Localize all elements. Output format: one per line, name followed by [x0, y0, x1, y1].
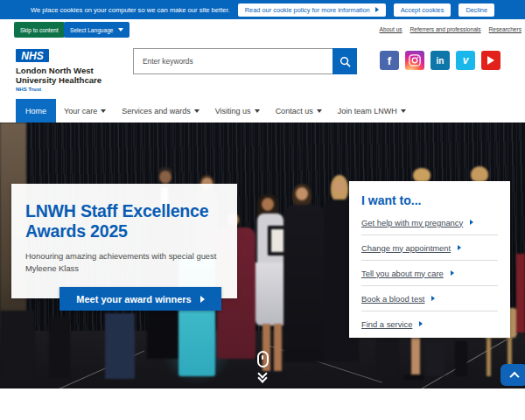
hero-title: LNWH Staff Excellence Awards 2025 [25, 201, 223, 242]
nav-visiting-label: Visiting us [215, 107, 251, 116]
arrow-right-icon [458, 245, 461, 250]
link-pregnancy-help[interactable]: Get help with my pregnancy [361, 210, 498, 235]
nav-home[interactable]: Home [16, 99, 56, 122]
chevron-up-icon [509, 371, 519, 381]
chevron-down-icon [101, 109, 106, 113]
nav-join-team[interactable]: Join team LNWH [330, 99, 414, 122]
hero-text-panel: LNWH Staff Excellence Awards 2025 Honour… [11, 184, 237, 298]
i-want-to-panel: I want to... Get help with my pregnancy … [349, 181, 510, 338]
trust-name-line1: London North West [16, 66, 102, 75]
link-label: Find a service [361, 319, 412, 329]
skip-to-content-button[interactable]: Skip to content [14, 22, 65, 38]
search-button[interactable] [332, 48, 357, 74]
arrow-right-icon [375, 7, 379, 12]
lnwh-homepage: We place cookies on your computer so we … [0, 0, 525, 420]
trust-type-label: NHS Trust [16, 87, 102, 92]
linkedin-glyph: in [437, 56, 444, 66]
arrow-right-icon [451, 270, 454, 276]
cookie-policy-label: Read our cookie policy for more informat… [245, 6, 370, 14]
main-nav: Home Your care Services and wards Visiti… [0, 99, 525, 122]
hero-subtitle: Honouring amazing achievements with spec… [25, 250, 227, 275]
vimeo-glyph: v [463, 54, 469, 66]
site-search [133, 48, 357, 74]
link-tell-about-care[interactable]: Tell you about my care [361, 261, 498, 286]
search-input[interactable] [133, 48, 332, 74]
link-label: Change my appointment [361, 243, 451, 253]
cookie-message: We place cookies on your computer so we … [31, 6, 230, 14]
trust-logo[interactable]: NHS London North West University Healthc… [16, 49, 102, 92]
utility-bar: Skip to content Select Language About us… [0, 19, 525, 40]
link-change-appointment[interactable]: Change my appointment [361, 235, 498, 261]
nav-your-care[interactable]: Your care [56, 99, 114, 122]
chevron-down-icon [194, 109, 200, 113]
instagram-glyph [409, 54, 421, 66]
arrow-right-icon [470, 220, 473, 225]
referrers-link[interactable]: Referrers and professionals [410, 26, 481, 32]
scroll-down-indicator[interactable] [255, 351, 270, 382]
chevron-down-icon [317, 109, 322, 113]
chevron-down-icon [401, 109, 406, 113]
arrow-right-icon [431, 296, 435, 301]
utility-links: About us Referrers and professionals Res… [380, 26, 522, 32]
select-language-button[interactable]: Select Language [64, 22, 130, 38]
arrow-right-icon [419, 321, 423, 326]
trust-name-line2: University Healthcare [16, 75, 102, 85]
link-label: Get help with my pregnancy [361, 218, 463, 228]
i-want-to-heading: I want to... [361, 193, 498, 207]
about-us-link[interactable]: About us [380, 26, 402, 32]
decline-cookies-button[interactable]: Decline [458, 4, 494, 17]
hero-banner: LNWH Staff Excellence Awards 2025 Honour… [0, 122, 525, 388]
search-icon [340, 56, 351, 67]
chevron-down-icon [118, 28, 123, 32]
nav-visiting-us[interactable]: Visiting us [207, 99, 268, 122]
back-to-top-button[interactable] [500, 364, 525, 386]
cookie-policy-button[interactable]: Read our cookie policy for more informat… [238, 4, 386, 17]
social-links: f in v [380, 51, 500, 70]
cookie-banner: We place cookies on your computer so we … [0, 0, 525, 19]
researchers-link[interactable]: Researchers [489, 26, 522, 32]
link-label: Book a blood test [361, 294, 424, 304]
link-find-a-service[interactable]: Find a service [361, 312, 498, 336]
instagram-icon[interactable] [405, 51, 424, 70]
nav-services-label: Services and wards [122, 107, 191, 116]
nav-join-label: Join team LNWH [338, 107, 397, 116]
nhs-logo: NHS [16, 49, 49, 62]
youtube-icon[interactable] [481, 51, 500, 70]
arrow-right-icon [200, 296, 205, 303]
mouse-icon [257, 351, 269, 368]
nav-contact-us[interactable]: Contact us [268, 99, 330, 122]
hero-cta-label: Meet your award winners [76, 294, 191, 304]
youtube-play-glyph [487, 56, 494, 65]
select-language-label: Select Language [70, 27, 114, 33]
facebook-glyph: f [388, 54, 391, 67]
linkedin-icon[interactable]: in [430, 51, 450, 70]
chevron-down-icon [255, 109, 260, 113]
vimeo-icon[interactable]: v [456, 51, 475, 70]
nav-contact-label: Contact us [276, 107, 313, 116]
nav-your-care-label: Your care [64, 107, 97, 116]
trust-name: London North West University Healthcare [16, 66, 102, 85]
facebook-icon[interactable]: f [380, 51, 399, 70]
accept-cookies-button[interactable]: Accept cookies [394, 4, 452, 17]
link-label: Tell you about my care [361, 269, 444, 278]
link-book-blood-test[interactable]: Book a blood test [361, 286, 498, 312]
nav-services-and-wards[interactable]: Services and wards [114, 99, 207, 122]
site-header: NHS London North West University Healthc… [0, 40, 525, 99]
hero-cta-button[interactable]: Meet your award winners [60, 287, 221, 311]
